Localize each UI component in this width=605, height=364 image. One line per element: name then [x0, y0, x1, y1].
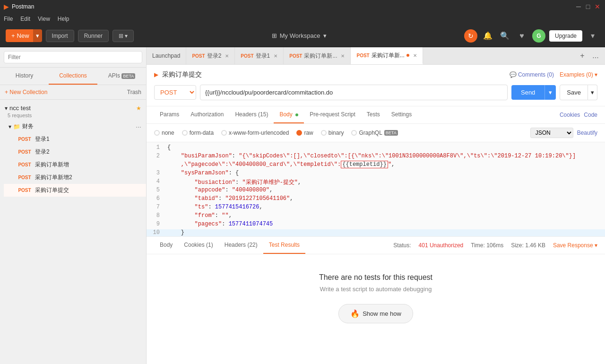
radio-urlencoded[interactable]: x-www-form-urlencoded — [221, 130, 289, 136]
more-tabs-button[interactable]: ... — [590, 50, 601, 61]
tab-purchase1[interactable]: POST 采购订单新... ✕ — [284, 47, 351, 64]
resp-tab-test-results[interactable]: Test Results — [263, 237, 305, 254]
examples-button[interactable]: Examples (0) ▾ — [560, 71, 597, 78]
radio-none[interactable]: none — [154, 130, 174, 136]
new-button[interactable]: + New ▾ — [6, 29, 42, 42]
menu-help[interactable]: Help — [58, 16, 69, 22]
search-icon[interactable]: 🔍 — [498, 29, 511, 43]
req-tab-settings[interactable]: Settings — [386, 106, 417, 123]
trash-button[interactable]: Trash — [127, 89, 141, 95]
close-icon[interactable]: ✕ — [594, 3, 601, 10]
new-dropdown-arrow[interactable]: ▾ — [33, 29, 42, 42]
add-tab-button[interactable]: + — [577, 50, 588, 61]
send-dropdown-button[interactable]: ▾ — [544, 85, 556, 100]
toolbar-right: ↻ 🔔 🔍 ♥ G Upgrade ▾ — [464, 29, 599, 43]
req-tab-authorization[interactable]: Authorization — [185, 106, 229, 123]
radio-form-data[interactable]: form-data — [182, 130, 214, 136]
folder-menu-icon[interactable]: ··· — [136, 123, 141, 130]
runner-button[interactable]: Runner — [78, 30, 109, 42]
request-name: 登录2 — [35, 148, 50, 156]
search-input[interactable] — [4, 51, 142, 63]
resp-tab-headers[interactable]: Headers (22) — [219, 237, 263, 254]
avatar[interactable]: G — [532, 29, 545, 43]
test-results-description: Write a test script to automate debuggin… — [320, 286, 432, 293]
request-collapse-icon[interactable]: ▶ — [154, 71, 158, 78]
req-tab-body[interactable]: Body — [274, 106, 304, 123]
notification-icon[interactable]: 🔔 — [481, 29, 494, 43]
req-tab-tests[interactable]: Tests — [361, 106, 386, 123]
folder-group: ▾ 📁 财务 ··· POST 登录1 POST 登录2 POST 采购订单新增 — [4, 120, 146, 197]
request-item-active[interactable]: POST 采购订单提交 — [4, 184, 146, 197]
radio-dot-urlencoded — [221, 130, 227, 136]
tab-close-icon[interactable]: ✕ — [274, 53, 277, 59]
maximize-icon[interactable]: □ — [584, 3, 592, 10]
radio-graphql[interactable]: GraphQL BETA — [351, 130, 398, 136]
url-input[interactable] — [200, 85, 508, 100]
req-tab-pre-request[interactable]: Pre-request Script — [304, 106, 361, 123]
sidebar-tab-collections[interactable]: Collections — [49, 68, 97, 85]
req-tab-headers[interactable]: Headers (15) — [229, 106, 274, 123]
upgrade-dropdown-icon[interactable]: ▾ — [586, 29, 599, 43]
workspace-button[interactable]: ⊞ My Workspace ▾ — [272, 32, 327, 39]
method-badge: POST — [17, 137, 32, 142]
tab-post-login2[interactable]: POST 登录2 ✕ — [186, 47, 235, 64]
show-me-button[interactable]: 🔥 Show me how — [338, 304, 413, 323]
code-link[interactable]: Code — [584, 112, 597, 118]
request-item[interactable]: POST 登录2 — [4, 146, 146, 158]
beautify-button[interactable]: Beautify — [577, 130, 597, 136]
send-button[interactable]: Send — [511, 85, 544, 100]
tab-label: Launchpad — [152, 52, 180, 59]
import-button[interactable]: Import — [46, 30, 74, 42]
sidebar-search-area — [0, 47, 146, 68]
minimize-icon[interactable]: ─ — [575, 3, 582, 10]
radio-dot-form-data — [182, 130, 188, 136]
tab-method: POST — [356, 53, 369, 58]
heart-icon[interactable]: ♥ — [515, 29, 528, 43]
upgrade-button[interactable]: Upgrade — [549, 30, 582, 42]
menu-edit[interactable]: Edit — [20, 16, 30, 22]
comments-button[interactable]: 💬 Comments (0) — [510, 71, 554, 78]
tab-purchase-active[interactable]: POST 采购订单新... ✕ — [351, 47, 423, 64]
cookies-link[interactable]: Cookies — [560, 112, 580, 118]
test-results-content: There are no tests for this request Writ… — [147, 254, 605, 342]
tab-close-icon[interactable]: ✕ — [413, 53, 417, 58]
tab-close-icon[interactable]: ✕ — [225, 53, 229, 59]
code-line-2: 2 "busiParamJson": "{\"skipCodes\":[],\"… — [147, 153, 605, 161]
method-select[interactable]: POST GET PUT DELETE — [154, 85, 196, 100]
save-group: Save ▾ — [560, 85, 597, 100]
resp-tab-body[interactable]: Body — [154, 237, 178, 254]
sync-button[interactable]: ↻ — [464, 29, 477, 43]
sidebar-tab-history[interactable]: History — [0, 68, 49, 85]
format-select[interactable]: JSON Text JavaScript HTML XML — [530, 128, 573, 138]
radio-binary[interactable]: binary — [321, 130, 344, 136]
request-item[interactable]: POST 登录1 — [4, 133, 146, 146]
request-title: 采购订单提交 — [162, 70, 506, 79]
save-button[interactable]: Save — [560, 85, 588, 100]
right-panel: Launchpad POST 登录2 ✕ POST 登录1 ✕ POST 采购订… — [147, 47, 605, 364]
tab-launchpad[interactable]: Launchpad — [147, 47, 186, 64]
new-collection-button[interactable]: + New Collection — [5, 89, 47, 95]
code-line-7: 7 "ts": 1577415416726, — [147, 204, 605, 212]
code-editor[interactable]: 1 { 2 "busiParamJson": "{\"skipCodes\":[… — [147, 142, 605, 237]
tab-label: 采购订单新... — [372, 52, 405, 60]
request-item[interactable]: POST 采购订单新增 — [4, 158, 146, 171]
body-options: none form-data x-www-form-urlencoded raw… — [147, 124, 605, 142]
radio-raw[interactable]: raw — [296, 130, 313, 136]
menu-file[interactable]: File — [4, 16, 13, 22]
save-dropdown-button[interactable]: ▾ — [588, 85, 597, 100]
request-item[interactable]: POST 采购订单新增2 — [4, 171, 146, 184]
code-line-2b: ,\"pagecode\":\"400400800_card\",\"templ… — [147, 161, 605, 170]
resp-tab-cookies[interactable]: Cookies (1) — [178, 237, 218, 254]
save-response-button[interactable]: Save Response ▾ — [553, 242, 597, 249]
code-line-9: 9 "pagecs": 1577411074745 — [147, 221, 605, 229]
new-plus-icon: + — [11, 32, 15, 39]
tab-post-login1[interactable]: POST 登录1 ✕ — [235, 47, 284, 64]
tab-label: 采购订单新... — [304, 52, 337, 60]
sidebar-tab-apis[interactable]: APIs BETA — [97, 68, 146, 85]
method-badge: POST — [17, 149, 32, 155]
menu-view[interactable]: View — [38, 16, 50, 22]
req-tab-params[interactable]: Params — [154, 106, 185, 123]
tab-close-icon[interactable]: ✕ — [341, 53, 345, 59]
layout-button[interactable]: ⊞ ▾ — [112, 30, 134, 42]
folder-header[interactable]: ▾ 📁 财务 ··· — [4, 120, 146, 133]
